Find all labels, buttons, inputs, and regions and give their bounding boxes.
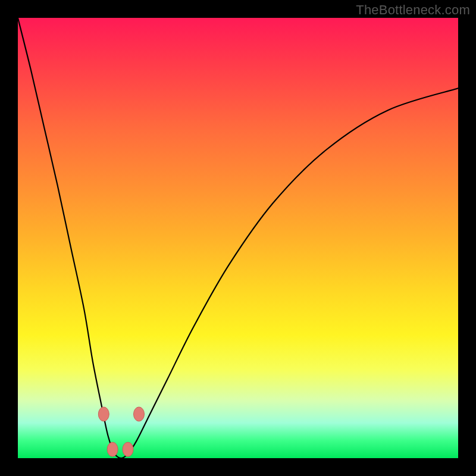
curve-marker xyxy=(123,442,133,456)
curve-marker xyxy=(134,407,145,421)
curve-marker xyxy=(98,407,109,421)
curve-marker xyxy=(107,442,118,456)
plot-area xyxy=(18,18,458,458)
attribution-label: TheBottleneck.com xyxy=(356,2,470,18)
chart-frame: TheBottleneck.com xyxy=(0,0,476,476)
bottleneck-curve xyxy=(18,18,458,458)
